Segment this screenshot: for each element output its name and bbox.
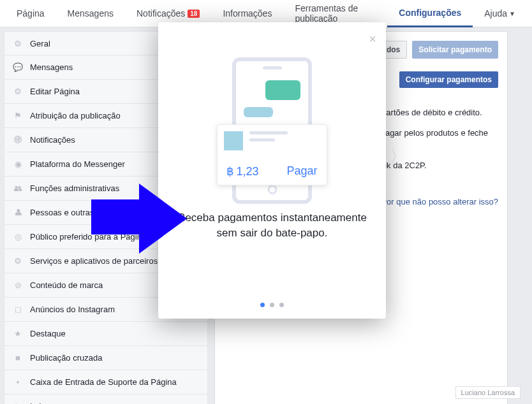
- card-amount: ฿ 1,23: [226, 164, 259, 178]
- pagination-dots: [260, 303, 284, 307]
- close-icon[interactable]: ×: [369, 32, 376, 47]
- dot-2[interactable]: [270, 303, 274, 307]
- dot-3[interactable]: [279, 303, 284, 307]
- payment-card-graphic: ฿ 1,23 Pagar: [217, 124, 327, 185]
- dot-1[interactable]: [260, 303, 265, 307]
- modal-overlay: × ฿ 1,23 Pagar 〉 Receba pagamentos insta: [0, 0, 532, 404]
- chevron-right-icon[interactable]: 〉: [390, 145, 406, 168]
- modal-illustration: ฿ 1,23 Pagar: [209, 57, 336, 210]
- modal-title: Receba pagamentos instantaneamente sem s…: [158, 210, 386, 241]
- card-pay-label: Pagar: [286, 164, 317, 178]
- onboarding-modal: × ฿ 1,23 Pagar 〉 Receba pagamentos insta: [158, 22, 386, 319]
